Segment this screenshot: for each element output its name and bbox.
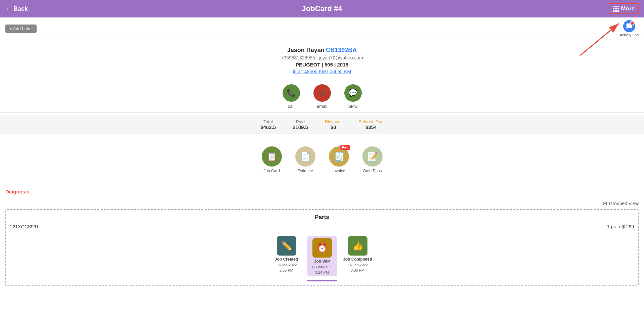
- sms-icon: 💬: [344, 84, 362, 102]
- contact-icons: 📞 call ✉ email 💬 SMS: [0, 84, 644, 109]
- add-label-button[interactable]: + Add Label: [5, 25, 37, 33]
- discount-label: Discount: [325, 119, 342, 124]
- estimate-icon: 📄: [295, 146, 315, 167]
- finance-discount: Discount $0: [325, 119, 342, 130]
- invoice-label: Invoice: [332, 169, 345, 173]
- customer-name: Jason Rayan: [287, 47, 325, 53]
- sms-button[interactable]: 💬 SMS: [344, 84, 362, 109]
- back-button[interactable]: ← Back: [5, 5, 28, 12]
- paid-value: $109.5: [293, 124, 308, 130]
- total-value: $463.5: [260, 124, 276, 130]
- status-created-date: 11-Jan-2022: [276, 263, 297, 267]
- diagnosis-section: Diagnosis: [0, 186, 644, 197]
- status-steps: ✏️ Job Created 11-Jan-2022 2:55 PM ⏰ Job…: [10, 232, 634, 278]
- chat-icon: [626, 23, 633, 30]
- email-label: email: [317, 104, 327, 109]
- divider-3: [0, 183, 644, 183]
- grid-dots-icon: ⊞: [603, 200, 607, 207]
- job-wip-icon: ⏰: [312, 238, 332, 258]
- grouped-view-label: Grouped View: [609, 201, 639, 206]
- more-button[interactable]: More: [609, 3, 639, 14]
- divider-1: [0, 112, 644, 112]
- grid-icon: [613, 6, 619, 12]
- status-completed-time: 3:08 PM: [351, 268, 364, 272]
- estimate-button[interactable]: 📄 Estimate: [295, 146, 315, 173]
- status-created-time: 2:55 PM: [280, 268, 293, 272]
- status-created[interactable]: ✏️ Job Created 11-Jan-2022 2:55 PM: [271, 236, 302, 276]
- sub-header: + Add Label Activity Log: [0, 17, 644, 40]
- status-wip[interactable]: ⏰ Job WIP 11-Jan-2022 3:24 PM: [307, 236, 337, 276]
- finance-total: Total $463.5: [260, 119, 276, 130]
- customer-contact: +359881328955 | jrjyan72@yahoo.com: [5, 55, 639, 60]
- gatepass-button[interactable]: 📝 Gate Pass: [362, 146, 383, 173]
- call-label: call: [288, 104, 295, 109]
- wip-progress-bar-row: [10, 279, 634, 281]
- call-icon: 📞: [283, 84, 300, 102]
- grouped-view-row: ⊞ Grouped View: [0, 197, 644, 209]
- jobcard-button[interactable]: 📋 Job Card: [262, 146, 282, 173]
- grouped-view-button[interactable]: ⊞ Grouped View: [603, 200, 639, 207]
- customer-km[interactable]: in at: 48505 KM | out at: KM: [5, 69, 639, 74]
- parts-box: Parts 221XCCS991 1 pc. x $ 299 ✏️ Job Cr…: [5, 209, 639, 286]
- job-completed-icon: 👍: [348, 236, 367, 256]
- status-completed-label: Job Completed: [343, 257, 372, 262]
- header: ← Back JobCard #4 More: [0, 0, 644, 17]
- estimate-label: Estimate: [297, 169, 313, 173]
- more-label: More: [621, 5, 635, 12]
- finance-bar: Total $463.5 Paid $109.5 Discount $0 Bal…: [0, 115, 644, 134]
- activity-log-button[interactable]: Activity Log: [620, 20, 639, 37]
- job-created-icon: ✏️: [277, 236, 296, 256]
- table-row: 221XCCS991 1 pc. x $ 299: [10, 224, 634, 229]
- wip-progress-bar: [307, 280, 337, 281]
- jobcard-icon: 📋: [262, 146, 282, 167]
- page-title: JobCard #4: [302, 4, 342, 13]
- jobcard-label: Job Card: [263, 169, 280, 173]
- sms-label: SMS: [348, 104, 357, 109]
- finance-paid: Paid $109.5: [293, 119, 308, 130]
- divider-2: [0, 137, 644, 137]
- balance-label: Balance Due: [358, 119, 383, 124]
- status-wip-time: 3:24 PM: [315, 270, 329, 274]
- status-created-label: Job Created: [275, 257, 298, 262]
- back-arrow-icon: ←: [5, 5, 11, 12]
- part-code: 221XCCS991: [10, 224, 39, 229]
- balance-value: $354: [365, 124, 377, 130]
- status-wip-label: Job WIP: [314, 259, 330, 264]
- status-completed[interactable]: 👍 Job Completed 11-Jan-2022 3:08 PM: [343, 236, 373, 276]
- finance-balance: Balance Due $354: [358, 119, 383, 130]
- call-button[interactable]: 📞 call: [283, 84, 300, 109]
- invoice-icon: 🧾 Paid: [329, 146, 349, 167]
- gatepass-label: Gate Pass: [363, 169, 382, 173]
- part-price: 1 pc. x $ 299: [607, 224, 634, 229]
- parts-title: Parts: [10, 214, 634, 221]
- invoice-button[interactable]: 🧾 Paid Invoice: [329, 146, 349, 173]
- status-completed-date: 11-Jan-2022: [347, 263, 368, 267]
- paid-badge: Paid: [340, 145, 350, 150]
- customer-name-row: Jason Rayan CB1392BA: [5, 47, 639, 54]
- discount-value: $0: [331, 124, 336, 130]
- diagnosis-label: Diagnosis: [5, 189, 30, 194]
- activity-log-label: Activity Log: [620, 33, 639, 37]
- gatepass-icon: 📝: [362, 146, 383, 167]
- document-icons: 📋 Job Card 📄 Estimate 🧾 Paid Invoice 📝 G…: [0, 140, 644, 180]
- customer-code[interactable]: CB1392BA: [326, 47, 357, 53]
- customer-vehicle: PEUGEOT | 505 | 2018: [5, 62, 639, 67]
- activity-log-icon: [623, 20, 635, 32]
- email-icon: ✉: [313, 84, 331, 102]
- back-label: Back: [13, 5, 28, 12]
- paid-label: Paid: [296, 119, 305, 124]
- customer-section: Jason Rayan CB1392BA +359881328955 | jrj…: [0, 40, 644, 79]
- status-wip-date: 11-Jan-2022: [312, 265, 333, 269]
- add-label-text: + Add Label: [9, 26, 33, 31]
- total-label: Total: [263, 119, 273, 124]
- email-button[interactable]: ✉ email: [313, 84, 331, 109]
